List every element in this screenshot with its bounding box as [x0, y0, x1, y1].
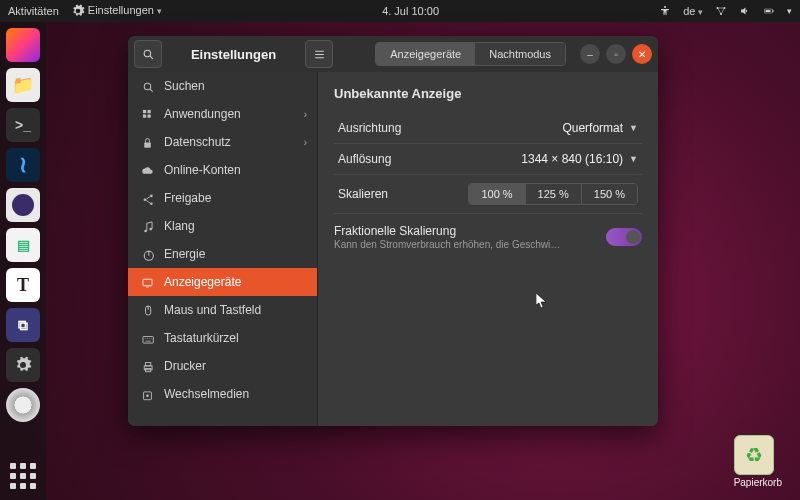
resolution-value: 1344 × 840 (16:10): [521, 152, 623, 166]
accessibility-icon: [659, 5, 671, 17]
search-button[interactable]: [134, 40, 162, 68]
sidebar-item-power[interactable]: Energie: [128, 240, 317, 268]
scale-option-0[interactable]: 100 %: [469, 184, 524, 204]
window-title: Einstellungen: [166, 47, 301, 62]
trash-label: Papierkorb: [734, 477, 782, 488]
dock-settings[interactable]: [6, 348, 40, 382]
svg-point-27: [146, 394, 149, 397]
header-tabs: Anzeigegeräte Nachtmodus: [375, 42, 566, 66]
scale-option-1[interactable]: 125 %: [525, 184, 581, 204]
sidebar-item-label: Datenschutz: [164, 135, 231, 149]
sidebar-item-label: Online-Konten: [164, 163, 241, 177]
gear-icon: [14, 356, 32, 374]
sidebar-item-search[interactable]: Suchen: [128, 72, 317, 100]
apps-icon: [140, 108, 154, 121]
chevron-down-icon: ▼: [629, 123, 638, 133]
svg-point-17: [144, 229, 147, 232]
sidebar-item-label: Energie: [164, 247, 205, 261]
tab-night-light[interactable]: Nachtmodus: [475, 43, 565, 65]
lock-icon: [140, 136, 154, 149]
fractional-desc: Kann den Stromverbrauch erhöhen, die Ges…: [334, 239, 564, 250]
sidebar-item-keyboard[interactable]: Tastaturkürzel: [128, 324, 317, 352]
music-icon: [140, 220, 154, 233]
row-resolution[interactable]: Auflösung 1344 × 840 (16:10)▼: [334, 144, 642, 175]
sidebar-item-printer[interactable]: Drucker: [128, 352, 317, 380]
trash[interactable]: ♻ Papierkorb: [734, 435, 782, 488]
clock[interactable]: 4. Jul 10:00: [162, 5, 659, 17]
svg-rect-9: [142, 109, 145, 112]
chevron-down-icon: ▼: [629, 154, 638, 164]
language-indicator[interactable]: de: [683, 5, 703, 17]
printer-icon: [140, 360, 154, 373]
svg-point-15: [150, 194, 153, 197]
svg-rect-20: [142, 279, 151, 286]
scale-label: Skalieren: [338, 187, 468, 201]
resolution-label: Auflösung: [338, 152, 521, 166]
sidebar-item-label: Freigabe: [164, 191, 211, 205]
keyboard-icon: [140, 332, 154, 345]
row-orientation[interactable]: Ausrichtung Querformat▼: [334, 113, 642, 144]
app-menu[interactable]: Einstellungen: [71, 4, 162, 18]
sidebar-item-apps[interactable]: Anwendungen›: [128, 100, 317, 128]
sidebar-item-cloud[interactable]: Online-Konten: [128, 156, 317, 184]
fractional-title: Fraktionelle Skalierung: [334, 224, 606, 238]
battery-icon: [763, 5, 775, 17]
sidebar-item-share[interactable]: Freigabe: [128, 184, 317, 212]
gear-icon: [71, 4, 85, 18]
svg-rect-11: [142, 114, 145, 117]
dock-vscode[interactable]: ≀: [6, 148, 40, 182]
dock-terminal[interactable]: >_: [6, 108, 40, 142]
dock-typography[interactable]: T: [6, 268, 40, 302]
chevron-right-icon: ›: [304, 137, 307, 148]
display-icon: [140, 276, 154, 289]
settings-sidebar: SuchenAnwendungen›Datenschutz›Online-Kon…: [128, 72, 318, 426]
dock-media[interactable]: [6, 388, 40, 422]
minimize-button[interactable]: –: [580, 44, 600, 64]
displays-pane: Unbekannte Anzeige Ausrichtung Querforma…: [318, 72, 658, 426]
activities-button[interactable]: Aktivitäten: [8, 5, 59, 17]
sidebar-item-label: Suchen: [164, 79, 205, 93]
sidebar-item-media[interactable]: Wechselmedien: [128, 380, 317, 408]
svg-point-18: [149, 227, 152, 230]
sidebar-item-label: Klang: [164, 219, 195, 233]
menu-icon: [313, 48, 326, 61]
sidebar-item-lock[interactable]: Datenschutz›: [128, 128, 317, 156]
svg-point-7: [144, 50, 151, 57]
fractional-switch[interactable]: [606, 228, 642, 246]
mouse-icon: [140, 304, 154, 317]
scale-option-2[interactable]: 150 %: [581, 184, 637, 204]
orientation-value: Querformat: [562, 121, 623, 135]
system-indicators[interactable]: de ▾: [659, 5, 792, 17]
sidebar-item-display[interactable]: Anzeigegeräte: [128, 268, 317, 296]
row-fractional-scaling: Fraktionelle Skalierung Kann den Stromve…: [334, 214, 642, 250]
show-applications[interactable]: [9, 462, 37, 490]
dock: 📁 >_ ≀ ▤ T ⧉: [0, 22, 46, 500]
search-icon: [142, 48, 155, 61]
dock-screenshot[interactable]: ⧉: [6, 308, 40, 342]
search-icon: [140, 80, 154, 93]
sidebar-item-label: Tastaturkürzel: [164, 331, 239, 345]
dock-eclipse[interactable]: [6, 188, 40, 222]
svg-point-8: [144, 83, 151, 90]
svg-rect-10: [147, 109, 150, 112]
hamburger-menu[interactable]: [305, 40, 333, 68]
sidebar-item-music[interactable]: Klang: [128, 212, 317, 240]
dock-files[interactable]: 📁: [6, 68, 40, 102]
chevron-down-icon: ▾: [787, 6, 792, 16]
orientation-label: Ausrichtung: [338, 121, 562, 135]
top-bar: Aktivitäten Einstellungen 4. Jul 10:00 d…: [0, 0, 800, 22]
svg-rect-5: [773, 10, 774, 12]
maximize-button[interactable]: ▫: [606, 44, 626, 64]
dock-firefox[interactable]: [6, 28, 40, 62]
pane-heading: Unbekannte Anzeige: [334, 86, 642, 101]
svg-rect-6: [766, 10, 771, 12]
sidebar-item-label: Anwendungen: [164, 107, 241, 121]
svg-rect-22: [142, 336, 152, 343]
tab-displays[interactable]: Anzeigegeräte: [376, 43, 475, 65]
svg-rect-24: [145, 362, 150, 365]
close-button[interactable]: ✕: [632, 44, 652, 64]
cloud-icon: [140, 164, 154, 177]
sidebar-item-mouse[interactable]: Maus und Tastfeld: [128, 296, 317, 324]
dock-libreoffice[interactable]: ▤: [6, 228, 40, 262]
chevron-right-icon: ›: [304, 109, 307, 120]
